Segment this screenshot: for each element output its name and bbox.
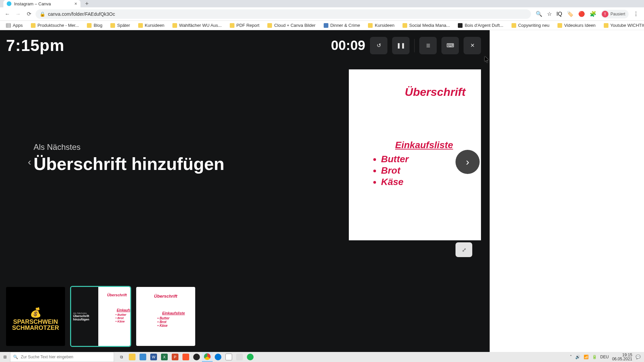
bookmark-item[interactable]: Später [108,22,132,29]
obs-app[interactable] [191,352,202,362]
search-placeholder: Zur Suche Text hier eingeben [21,355,73,359]
browser-tab-active[interactable]: Instagram – Canva × [3,0,80,7]
brave-app[interactable] [180,352,191,362]
start-button[interactable]: ⊞ [0,352,10,362]
extension-icon-1[interactable]: 🏷️ [567,11,574,17]
notepad-app[interactable] [223,352,234,362]
bookmark-item[interactable]: Youtube WICHTIG [601,22,644,29]
nav-back-button[interactable]: ← [3,10,11,18]
nav-reload-button[interactable]: ⟳ [25,10,33,18]
reset-timer-button[interactable]: ↺ [370,37,387,54]
taskbar-apps: ⧉ W X P [116,352,256,362]
folder-icon [267,23,272,28]
bookmark-label: Kursideen [145,23,165,28]
bookmark-item[interactable]: Dinner & Crime [321,22,363,29]
folder-icon [138,23,143,28]
spotify-app[interactable] [245,352,256,362]
bookmark-item[interactable]: Kursideen [365,22,397,29]
divider [414,39,415,52]
folder-icon [230,23,234,28]
bookmark-item[interactable]: Blog [84,22,105,29]
edge-icon [215,354,221,360]
nav-forward-button[interactable]: → [14,10,22,18]
slide-heading: Überschrift [405,85,466,99]
bookmark-item[interactable]: Produktsuche - Mer... [28,22,82,29]
address-bar[interactable]: 🔒 canva.com/folder/FAEdufQk3Oc [36,9,531,19]
slide-list-item: Käse [381,177,409,187]
kebab-menu-icon[interactable]: ⋮ [633,11,639,17]
bookmark-label: Bois d'Argent Duft... [465,23,503,28]
folder-icon [604,23,608,28]
volume-icon[interactable]: 🔊 [575,355,580,359]
wifi-icon[interactable]: 📶 [584,355,589,359]
action-center-icon[interactable]: 💬 [636,355,641,359]
toolbar: ← → ⟳ 🔒 canva.com/folder/FAEdufQk3Oc 🔍 ☆… [0,7,644,21]
ime-language[interactable]: DEU [600,355,609,359]
powerpoint-app[interactable]: P [170,352,180,362]
store-app[interactable] [138,352,148,362]
pause-timer-button[interactable]: ❚❚ [392,37,410,54]
excel-app[interactable]: X [159,352,170,362]
windows-taskbar: ⊞ 🔍 Zur Suche Text hier eingeben ⧉ W X P… [0,352,644,362]
bookmark-label: Wahlfächer WU Aus... [179,23,222,28]
edge-app[interactable] [213,352,223,362]
thumb2-title: Überschrift hinzufügen [73,314,98,321]
bookmark-label: Videokurs Ideen [564,23,596,28]
extensions-menu-icon[interactable]: 🧩 [590,11,596,17]
slide-list-item: Butter [381,154,409,165]
keyboard-icon: ⌨ [446,42,454,49]
store-icon [140,354,146,360]
close-presenter-button[interactable]: ✕ [464,37,481,54]
thumbnail-3[interactable]: Überschrift Einkaufsliste Butter Brot Kä… [136,287,195,346]
notes-list-button[interactable]: ≣ [419,37,437,54]
bookmark-item[interactable]: Copywriting neu [509,22,552,29]
profile-button[interactable]: T Pausiert [601,10,629,18]
next-slide-button[interactable]: › [455,150,480,174]
file-explorer-app[interactable] [127,352,138,362]
thumb1-line1: SPARSCHWEIN [13,318,58,325]
list-icon: ≣ [426,42,430,49]
thumb1-content: 💰 SPARSCHWEIN SCHMAROTZER [6,308,65,331]
chrome-app[interactable] [202,352,213,362]
slide-thumbnails: 💰 SPARSCHWEIN SCHMAROTZER Als Nächstes Ü… [6,287,195,346]
obs-icon [193,354,200,360]
tray-overflow-icon[interactable]: ˄ [570,355,572,359]
bookmark-label: Produktsuche - Mer... [38,23,79,28]
battery-icon[interactable]: 🔋 [592,355,597,359]
folder-icon [172,23,177,28]
folder-icon [512,23,516,28]
taskbar-search[interactable]: 🔍 Zur Suche Text hier eingeben [10,352,114,362]
tab-close-icon[interactable]: × [74,1,77,6]
mini-item: Butter [157,316,169,320]
bookmark-item[interactable]: Bois d'Argent Duft... [455,22,506,29]
apps-shortcut[interactable]: Apps [3,22,25,29]
bookmark-item[interactable]: Wahlfächer WU Aus... [170,22,224,29]
bookmark-item[interactable]: Kursideen [136,22,167,29]
elapsed-timer: 00:09 [331,38,365,53]
word-app[interactable]: W [148,352,159,362]
thumbnail-1[interactable]: 💰 SPARSCHWEIN SCHMAROTZER [6,287,65,346]
app-generic[interactable] [234,352,245,362]
new-tab-button[interactable]: + [83,0,91,7]
page-background [490,30,644,352]
canva-favicon [7,1,11,6]
task-view-button[interactable]: ⧉ [116,352,127,362]
windows-logo-icon: ⊞ [3,355,7,359]
profile-status-label: Pausiert [610,12,625,16]
explorer-icon [129,354,136,360]
bookmark-item[interactable]: Social Media Mana... [400,22,452,29]
mini-item: Brot [115,316,126,320]
clock-date[interactable]: 19:15 06.05.2021 [612,353,632,361]
extension-icon-2[interactable]: 🔴 [578,11,585,17]
folder-icon [110,23,115,28]
bookmark-star-icon[interactable]: ☆ [547,11,552,17]
zoom-icon[interactable]: 🔍 [536,11,542,17]
bookmark-item[interactable]: Videokurs Ideen [555,22,598,29]
expand-preview-button[interactable]: ⤢ [455,242,472,257]
thumbnail-2[interactable]: Als Nächstes Überschrift hinzufügen Über… [71,287,130,346]
keyboard-shortcuts-button[interactable]: ⌨ [441,37,459,54]
presenter-stage: ‹ Als Nächstes Überschrift hinzufügen Üb… [0,55,490,269]
bookmark-item[interactable]: Cloud + Canva Bilder [265,22,318,29]
iq-icon[interactable]: IQ [556,11,562,17]
bookmark-item[interactable]: PDF Report [227,22,262,29]
